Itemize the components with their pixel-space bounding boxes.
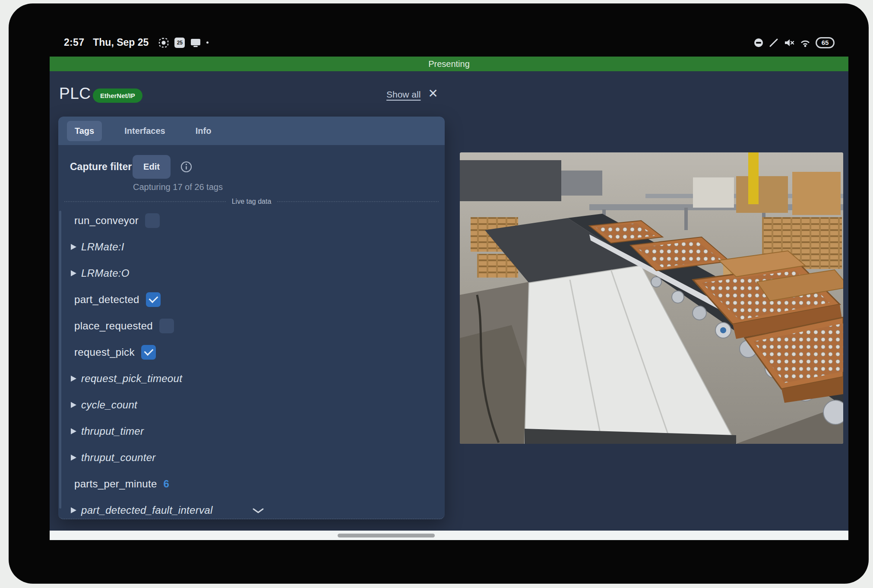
tag-row[interactable]: cycle_count <box>71 392 445 418</box>
close-icon[interactable]: ✕ <box>425 85 441 101</box>
plc-panel: Tags Interfaces Info Capture filter Edit… <box>58 117 445 519</box>
presenting-banner: Presenting <box>50 57 848 71</box>
status-bar-left: 2:57 Thu, Sep 25 25 <box>50 37 209 48</box>
tag-checkbox[interactable] <box>146 292 161 307</box>
cast-display-icon <box>190 38 201 48</box>
screen-record-icon <box>158 37 169 48</box>
screenshot-stage: 2:57 Thu, Sep 25 25 <box>0 0 873 588</box>
tag-row[interactable]: LRMate:I <box>71 234 445 260</box>
expand-arrow-icon <box>71 270 76 276</box>
tag-name: run_conveyor <box>74 215 139 227</box>
divider-label: Live tag data <box>232 198 272 205</box>
tag-name: part_detected <box>74 294 139 306</box>
live-tag-data-divider: Live tag data <box>58 198 445 205</box>
mute-icon <box>784 38 795 48</box>
info-icon[interactable] <box>180 161 192 173</box>
tablet-device-frame: 2:57 Thu, Sep 25 25 <box>9 3 869 584</box>
tag-row[interactable]: request_pick <box>71 339 445 365</box>
tag-checkbox[interactable] <box>141 345 156 360</box>
status-bar-right: 65 <box>753 37 848 48</box>
protocol-badge: EtherNet/IP <box>93 89 142 103</box>
tag-name: thruput_counter <box>81 452 156 464</box>
tag-row[interactable]: request_pick_timeout <box>71 365 445 392</box>
tag-row[interactable]: thruput_timer <box>71 418 445 444</box>
expand-arrow-icon <box>71 376 76 382</box>
tag-name: request_pick <box>74 346 135 358</box>
panel-scrollbar[interactable] <box>59 211 61 509</box>
expand-arrow-icon <box>71 455 76 461</box>
presenting-label: Presenting <box>428 59 470 69</box>
stylus-icon <box>769 38 779 48</box>
tag-name: LRMate:O <box>81 267 130 279</box>
show-all-link[interactable]: Show all <box>386 89 421 100</box>
tab-info[interactable]: Info <box>188 121 219 141</box>
wifi-icon <box>800 38 811 47</box>
tablet-screen: 2:57 Thu, Sep 25 25 <box>50 28 848 540</box>
home-indicator[interactable] <box>338 534 435 537</box>
expand-arrow-icon <box>71 507 76 513</box>
clock: 2:57 <box>64 37 84 48</box>
tag-name: parts_per_minute <box>74 478 157 490</box>
tag-name: part_detected_fault_interval <box>81 504 213 516</box>
tag-name: LRMate:I <box>81 241 124 253</box>
expand-arrow-icon <box>71 402 76 408</box>
tab-interfaces[interactable]: Interfaces <box>117 121 173 141</box>
capture-filter-label: Capture filter <box>70 161 132 173</box>
battery-icon: 65 <box>816 37 835 48</box>
tag-row[interactable]: thruput_counter <box>71 444 445 471</box>
tag-checkbox[interactable] <box>145 213 160 228</box>
expand-arrow-icon <box>71 244 76 250</box>
tag-value: 6 <box>164 478 169 490</box>
camera-feed-image <box>460 152 843 444</box>
divider-line <box>277 201 439 202</box>
tag-name: request_pick_timeout <box>81 373 182 385</box>
tag-row[interactable]: part_detected <box>71 286 445 313</box>
notification-dot-icon <box>206 41 209 44</box>
edit-button[interactable]: Edit <box>133 155 171 179</box>
scroll-down-chevron-icon[interactable] <box>252 507 265 516</box>
tab-tags[interactable]: Tags <box>67 121 102 141</box>
tag-row[interactable]: parts_per_minute 6 <box>71 471 445 497</box>
status-bar: 2:57 Thu, Sep 25 25 <box>50 28 848 57</box>
tag-name: cycle_count <box>81 399 137 411</box>
tag-name: place_requested <box>74 320 153 332</box>
tag-row[interactable]: LRMate:O <box>71 260 445 286</box>
capture-status-text: Capturing 17 of 26 tags <box>133 182 223 192</box>
tag-row[interactable]: run_conveyor <box>71 207 445 234</box>
calendar-icon: 25 <box>174 38 185 48</box>
conveyor-photo-art <box>460 152 843 444</box>
page-title: PLC <box>59 85 91 103</box>
expand-arrow-icon <box>71 428 76 434</box>
tag-checkbox[interactable] <box>159 319 174 333</box>
tag-row[interactable]: place_requested <box>71 313 445 339</box>
tag-name: thruput_timer <box>81 425 144 437</box>
divider-line <box>64 201 226 202</box>
date: Thu, Sep 25 <box>93 37 149 48</box>
tab-bar: Tags Interfaces Info <box>58 117 445 145</box>
bottom-system-strip <box>50 531 848 540</box>
tag-list: run_conveyor LRMate:I LRMate:O part_dete… <box>58 207 445 518</box>
do-not-disturb-icon <box>753 38 764 48</box>
